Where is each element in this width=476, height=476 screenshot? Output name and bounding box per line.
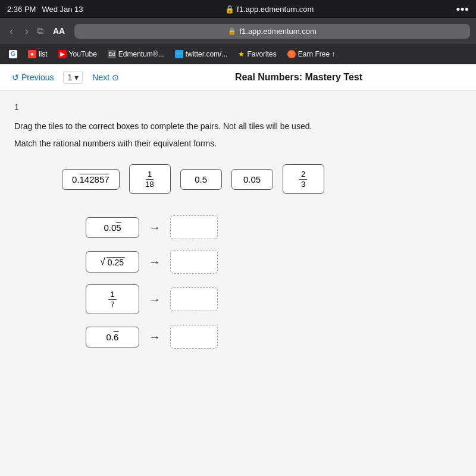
- match-source-3: 1 7: [86, 284, 139, 314]
- youtube-icon: ▶: [58, 50, 67, 58]
- match-source-2: √ 0.25: [86, 251, 139, 273]
- arrow-2: →: [149, 255, 161, 269]
- match-target-3[interactable]: [170, 287, 218, 311]
- bookmark-twitter-label: twitter.com/...: [186, 50, 228, 58]
- battery-signal: ●●●: [456, 5, 469, 13]
- tab-view-button[interactable]: ⧉: [37, 26, 43, 36]
- chevron-down-icon: ▾: [74, 73, 79, 82]
- bookmark-list[interactable]: ● list: [24, 48, 52, 60]
- bookmark-favorites[interactable]: ★ Favorites: [234, 48, 280, 60]
- star-icon: ★: [238, 50, 245, 58]
- twitter-icon: 🐦: [175, 50, 183, 58]
- bookmark-google[interactable]: G: [5, 48, 21, 60]
- tile-value-5: 2 3: [299, 170, 307, 189]
- status-bar: 2:36 PM Wed Jan 13 🔒 f1.app.edmentum.com…: [0, 0, 476, 18]
- status-left: 2:36 PM Wed Jan 13: [7, 5, 83, 14]
- page-title: Real Numbers: Mastery Test: [129, 72, 469, 83]
- tile-fraction-2-3[interactable]: 2 3: [283, 164, 324, 194]
- edmentum-icon: Ed: [108, 50, 116, 58]
- bookmark-earnfree-label: Earn Free ↑: [298, 50, 336, 58]
- tile-value-2: 1 18: [143, 170, 155, 189]
- bookmark-edmentum-label: Edmentum®...: [118, 50, 164, 58]
- next-label: Next: [92, 73, 109, 82]
- tile-value-4: 0.05: [243, 174, 261, 184]
- bookmark-youtube-label: YouTube: [69, 50, 97, 58]
- match-source-4: 0.6: [86, 327, 139, 347]
- sqrt-radicand: 0.25: [107, 257, 125, 267]
- main-content: 1 Drag the tiles to the correct boxes to…: [0, 90, 476, 476]
- match-source-1: 0.05: [86, 217, 139, 238]
- bookmarks-bar: G ● list ▶ YouTube Ed Edmentum®... 🐦 twi…: [0, 44, 476, 64]
- match-row-4: 0.6 →: [86, 325, 462, 349]
- source-label-1: 0.05: [104, 223, 121, 233]
- arrow-3: →: [149, 293, 161, 306]
- prev-icon: ↺: [12, 73, 19, 82]
- tiles-row: 0.142857 1 18 0.5 0.05 2 3: [14, 164, 462, 194]
- match-row-3: 1 7 →: [86, 284, 462, 314]
- google-icon: G: [9, 50, 17, 58]
- reader-button[interactable]: AA: [48, 25, 70, 37]
- source-label-3: 1 7: [108, 290, 116, 309]
- earnfree-icon: ↑: [287, 50, 296, 58]
- matching-section: 0.05 → √ 0.25 → 1 7 →: [14, 215, 462, 349]
- prev-label: Previous: [21, 73, 54, 82]
- url-display: f1.app.edmentum.com: [239, 27, 316, 36]
- prev-button[interactable]: ↺ Previous: [7, 70, 58, 84]
- source-label-2: √ 0.25: [100, 256, 125, 267]
- tile-decimal-05[interactable]: 0.5: [180, 169, 222, 190]
- bookmark-list-label: list: [39, 50, 48, 58]
- match-row-2: √ 0.25 →: [86, 250, 462, 274]
- status-url: 🔒 f1.app.edmentum.com: [225, 5, 314, 14]
- page-number: 1: [67, 73, 72, 82]
- match-target-2[interactable]: [170, 250, 218, 274]
- back-button[interactable]: ‹: [6, 24, 17, 39]
- browser-chrome: ‹ › ⧉ AA 🔒 f1.app.edmentum.com: [0, 18, 476, 44]
- bookmark-favorites-label: Favorites: [247, 50, 276, 58]
- tile-decimal-repeating[interactable]: 0.142857: [62, 169, 120, 190]
- instruction-2: Match the rational numbers with their eq…: [14, 137, 462, 150]
- instruction-1: Drag the tiles to the correct boxes to c…: [14, 120, 462, 133]
- arrow-4: →: [149, 330, 161, 344]
- sqrt-symbol: √: [100, 256, 105, 267]
- nav-bar: ↺ Previous 1 ▾ Next ⊙ Real Numbers: Mast…: [0, 64, 476, 90]
- tile-decimal-005[interactable]: 0.05: [231, 169, 273, 190]
- forward-button[interactable]: ›: [21, 24, 32, 39]
- next-button[interactable]: Next ⊙: [87, 70, 124, 84]
- match-target-4[interactable]: [170, 325, 218, 349]
- match-target-1[interactable]: [170, 215, 218, 239]
- tile-value-3: 0.5: [195, 174, 207, 184]
- source-label-4: 0.6: [107, 332, 119, 342]
- match-row-1: 0.05 →: [86, 215, 462, 239]
- bookmark-edmentum[interactable]: Ed Edmentum®...: [104, 48, 168, 60]
- page-indicator[interactable]: 1 ▾: [63, 71, 83, 84]
- tile-fraction-1-18[interactable]: 1 18: [129, 164, 171, 194]
- status-date: Wed Jan 13: [42, 5, 83, 14]
- bookmark-earnfree[interactable]: ↑ Earn Free ↑: [283, 48, 340, 60]
- lock-icon: 🔒: [228, 27, 236, 35]
- status-time: 2:36 PM: [7, 5, 36, 14]
- list-icon: ●: [28, 50, 36, 58]
- next-icon: ⊙: [112, 73, 119, 82]
- bookmark-youtube[interactable]: ▶ YouTube: [54, 48, 101, 60]
- address-bar[interactable]: 🔒 f1.app.edmentum.com: [74, 24, 470, 39]
- tile-value-1: 0.142857: [72, 174, 109, 184]
- bookmark-twitter[interactable]: 🐦 twitter.com/...: [171, 48, 232, 60]
- question-number: 1: [14, 102, 462, 112]
- arrow-1: →: [149, 221, 161, 234]
